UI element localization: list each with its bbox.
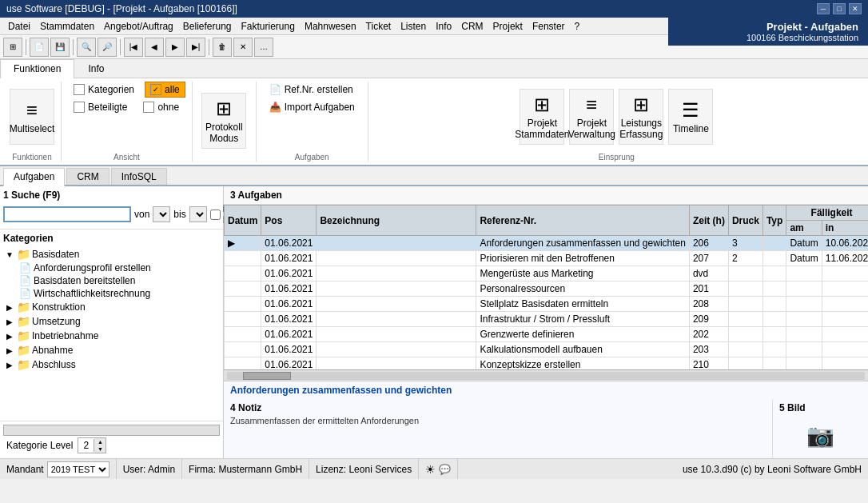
toolbar-first-btn[interactable]: |◀: [124, 38, 143, 57]
menu-fakturierung[interactable]: Fakturierung: [237, 19, 300, 34]
table-row[interactable]: 01.06.2021 Stellplatz Basisdaten ermitte…: [225, 297, 869, 312]
table-row[interactable]: 01.06.2021 Infrastruktur / Strom / Press…: [225, 312, 869, 327]
col-zeit[interactable]: Zeit (h): [689, 206, 728, 236]
h-scrollbar-left[interactable]: [3, 425, 220, 436]
menu-listen[interactable]: Listen: [396, 19, 431, 34]
col-datum[interactable]: Datum: [225, 206, 261, 236]
page-tab-infosql[interactable]: InfoSQL: [111, 168, 167, 185]
toolbar-next-btn[interactable]: ▶: [165, 38, 185, 57]
tree-abschluss[interactable]: ▶ 📁 Abschluss: [3, 357, 220, 372]
kategorien-checkbox[interactable]: Kategorien: [68, 82, 140, 98]
tree-inbetriebnahme[interactable]: ▶ 📁 Inbetriebnahme: [3, 329, 220, 343]
kategorie-level-spinner[interactable]: 2 ▲ ▼: [78, 437, 106, 453]
abnahme-toggle[interactable]: ▶: [3, 346, 16, 355]
table-row[interactable]: 01.06.2021 Konzeptskizze erstellen 210: [225, 357, 869, 370]
col-faelligkeit[interactable]: Fälligkeit: [786, 206, 868, 221]
tree-umsetzung[interactable]: ▶ 📁 Umsetzung: [3, 314, 220, 329]
abschluss-toggle[interactable]: ▶: [3, 361, 16, 369]
menu-ticket[interactable]: Ticket: [361, 19, 396, 34]
tree-abnahme[interactable]: ▶ 📁 Abnahme: [3, 343, 220, 357]
menu-projekt[interactable]: Projekt: [488, 19, 528, 34]
table-row[interactable]: 01.06.2021 Mengerüste aus Marketing dvd: [225, 266, 869, 281]
close-button[interactable]: ✕: [849, 3, 862, 14]
toolbar-search-btn[interactable]: 🔍: [77, 38, 96, 57]
menu-stammdaten[interactable]: Stammdaten: [35, 19, 99, 34]
menu-angebot-auftrag[interactable]: Angebot/Auftrag: [99, 19, 178, 34]
toolbar-last-btn[interactable]: ▶|: [186, 38, 205, 57]
scroll-thumb[interactable]: [243, 372, 291, 380]
window-controls[interactable]: ─ □ ✕: [817, 3, 862, 14]
toolbar-more-btn[interactable]: …: [254, 38, 273, 57]
projekt-verwaltung-button[interactable]: ≡ ProjektVerwaltung: [569, 89, 614, 145]
table-row[interactable]: 01.06.2021 Kalkulationsmodell aufbauen 2…: [225, 342, 869, 357]
ref-nr-button[interactable]: 📄 Ref.Nr. erstellen: [264, 82, 360, 98]
toolbar-save-btn[interactable]: 💾: [50, 38, 70, 57]
table-row[interactable]: 01.06.2021 Personalressourcen 201: [225, 281, 869, 297]
tree-konstruktion[interactable]: ▶ 📁 Konstruktion: [3, 300, 220, 314]
beteiligte-checkbox[interactable]: Beteiligte: [68, 99, 133, 115]
col-pos[interactable]: Pos: [261, 206, 317, 236]
restore-button[interactable]: □: [833, 3, 846, 14]
menu-crm[interactable]: CRM: [456, 19, 488, 34]
mandant-select[interactable]: 2019 TEST: [47, 461, 109, 477]
inbetriebnahme-toggle[interactable]: ▶: [3, 332, 16, 341]
multiselect-button[interactable]: ≡ Multiselect: [10, 89, 54, 145]
scroll-track[interactable]: [227, 372, 865, 380]
protokoll-modus-button[interactable]: ⊞ ProtokollModus: [201, 93, 246, 149]
menu-fenster[interactable]: Fenster: [528, 19, 570, 34]
timeline-icon: ☰: [682, 99, 699, 122]
bis-date-select[interactable]: [189, 206, 207, 222]
spinner-up[interactable]: ▲: [94, 438, 106, 445]
ohne-checkbox[interactable]: ohne: [137, 99, 185, 115]
tree-anforderung[interactable]: 📄 Anforderungsprofil erstellen: [19, 261, 220, 274]
tree-basisdaten-bereit[interactable]: 📄 Basisdaten bereitstellen: [19, 274, 220, 287]
col-faelligkeit-in[interactable]: in: [822, 221, 868, 236]
menu-belieferung[interactable]: Belieferung: [178, 19, 237, 34]
stammdaten-label: ProjektStammdaten: [515, 118, 569, 140]
menu-datei[interactable]: Datei: [3, 19, 35, 34]
minimize-button[interactable]: ─: [817, 3, 830, 14]
konstruktion-toggle[interactable]: ▶: [3, 303, 16, 312]
alle-checkbox[interactable]: ✓ alle: [145, 82, 185, 98]
tab-info[interactable]: Info: [74, 59, 117, 78]
umsetzung-toggle[interactable]: ▶: [3, 317, 16, 326]
col-referenz[interactable]: Referenz-Nr.: [476, 206, 690, 236]
h-scrollbar-right[interactable]: [224, 369, 868, 381]
import-aufgaben-button[interactable]: 📥 Import Aufgaben: [264, 99, 360, 115]
timeline-button[interactable]: ☰ Timeline: [668, 89, 713, 145]
spinner-buttons[interactable]: ▲ ▼: [94, 438, 106, 453]
tab-funktionen[interactable]: Funktionen: [0, 59, 74, 78]
table-container[interactable]: Datum Pos Bezeichnung Referenz-Nr. Zeit …: [224, 205, 868, 369]
col-faelligkeit-am[interactable]: am: [786, 221, 822, 236]
search-input[interactable]: [3, 206, 131, 222]
col-bezeichnung[interactable]: Bezeichnung: [317, 206, 476, 236]
toolbar-search2-btn[interactable]: 🔎: [98, 38, 117, 57]
col-typ[interactable]: Typ: [762, 206, 786, 236]
projekt-stammdaten-button[interactable]: ⊞ ProjektStammdaten: [520, 89, 564, 145]
toolbar-delete-btn[interactable]: 🗑: [213, 38, 232, 57]
menu-bar: Datei Stammdaten Angebot/Auftrag Beliefe…: [0, 18, 868, 35]
cell-arrow: [225, 342, 261, 357]
col-druck[interactable]: Druck: [728, 206, 762, 236]
toolbar-x-btn[interactable]: ✕: [233, 38, 253, 57]
basisdaten-toggle[interactable]: ▼: [3, 250, 16, 259]
toolbar-prev-btn[interactable]: ◀: [145, 38, 164, 57]
menu-mahnwesen[interactable]: Mahnwesen: [300, 19, 361, 34]
table-row[interactable]: 01.06.2021 Grenzwerte definieren 202: [225, 327, 869, 342]
page-tab-aufgaben[interactable]: Aufgaben: [3, 168, 65, 186]
leistungs-erfassung-button[interactable]: ⊞ LeistungsErfassung: [619, 89, 663, 145]
von-date-select[interactable]: [153, 206, 170, 222]
menu-info[interactable]: Info: [431, 19, 456, 34]
page-tab-crm[interactable]: CRM: [66, 168, 109, 185]
table-row[interactable]: 01.06.2021 Priorisieren mit den Betroffe…: [225, 251, 869, 266]
menu-help[interactable]: ?: [570, 19, 585, 34]
toolbar-app-icon[interactable]: ⊞: [3, 38, 22, 57]
tree-wirtschaft[interactable]: 📄 Wirtschaftlichkeitsrechnung: [19, 287, 220, 300]
table-row[interactable]: ▶ 01.06.2021 Anforderungen zusammenfasse…: [225, 236, 869, 251]
spinner-down[interactable]: ▼: [94, 445, 106, 453]
incl-checkbox[interactable]: [210, 210, 221, 220]
toolbar-file-btn[interactable]: 📄: [30, 38, 49, 57]
cell-referenz: dvd: [689, 266, 728, 281]
tree-basisdaten[interactable]: ▼ 📁 Basisdaten: [3, 247, 220, 261]
cell-bezeichnung: Kalkulationsmodell aufbauen: [476, 342, 690, 357]
